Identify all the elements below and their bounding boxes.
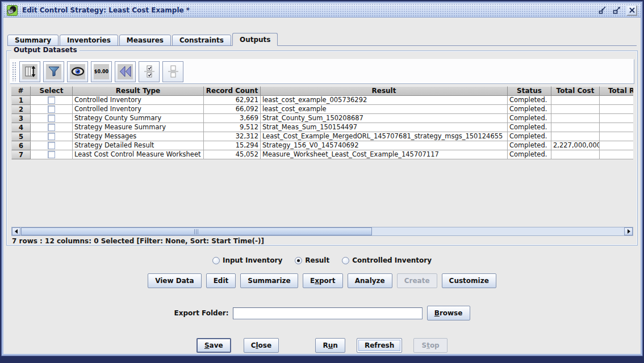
refresh-button[interactable]: Refresh xyxy=(357,338,402,353)
cell[interactable]: least_cost_example_005736292 xyxy=(261,96,508,105)
cell[interactable] xyxy=(600,150,633,159)
row-select-checkbox[interactable] xyxy=(48,133,55,140)
cell[interactable]: Completed. xyxy=(508,150,551,159)
tab-summary[interactable]: Summary xyxy=(7,35,58,46)
column-header-1[interactable]: Select xyxy=(31,86,73,96)
cell[interactable]: Controlled Inventory xyxy=(73,96,204,105)
row-select-checkbox[interactable] xyxy=(48,142,55,149)
cell[interactable]: 2,227,000,000 xyxy=(551,141,600,150)
controlled-inventory-radio[interactable] xyxy=(342,257,349,264)
row-number[interactable]: 1 xyxy=(11,96,31,105)
export-button[interactable]: Export xyxy=(303,273,343,288)
cell[interactable]: Strategy Measure Summary xyxy=(73,123,204,132)
summarize-button[interactable]: Summarize xyxy=(240,273,298,288)
cell[interactable]: Completed. xyxy=(508,105,551,114)
reset-button[interactable] xyxy=(115,61,136,82)
view-data-button[interactable]: View Data xyxy=(148,273,201,288)
close-icon[interactable] xyxy=(626,5,637,16)
column-header-7[interactable]: Total Red xyxy=(600,86,633,96)
row-number[interactable]: 3 xyxy=(11,114,31,123)
cell[interactable]: Strategy Detailed Result xyxy=(73,141,204,150)
cell[interactable]: 45,052 xyxy=(204,150,261,159)
scroll-right-arrow-icon[interactable] xyxy=(624,227,633,235)
horizontal-scrollbar[interactable] xyxy=(11,227,633,236)
cell[interactable]: 62,921 xyxy=(204,96,261,105)
cell[interactable]: Completed. xyxy=(508,132,551,141)
row-number[interactable]: 2 xyxy=(11,105,31,114)
cell[interactable]: Completed. xyxy=(508,114,551,123)
run-button[interactable]: Run xyxy=(315,338,345,353)
cell[interactable]: Completed. xyxy=(508,123,551,132)
show-columns-button[interactable] xyxy=(67,61,88,82)
sort-button[interactable] xyxy=(19,61,40,82)
cell[interactable] xyxy=(600,105,633,114)
cell[interactable] xyxy=(551,150,600,159)
tab-inventories[interactable]: Inventories xyxy=(60,35,118,46)
column-header-0[interactable]: # xyxy=(11,86,31,96)
cell[interactable]: Strat_Meas_Sum_150154497 xyxy=(261,123,508,132)
row-select-checkbox[interactable] xyxy=(48,124,55,131)
row-number[interactable]: 5 xyxy=(11,132,31,141)
cell[interactable]: Strategy County Summary xyxy=(73,114,204,123)
cell[interactable]: 9,512 xyxy=(204,123,261,132)
cell[interactable] xyxy=(551,96,600,105)
cell[interactable]: Least_Cost_Example_MergedORL_145707681_s… xyxy=(261,132,508,141)
format-button[interactable]: $0.00 xyxy=(91,61,112,82)
tab-measures[interactable]: Measures xyxy=(119,35,171,46)
scroll-left-arrow-icon[interactable] xyxy=(12,227,20,235)
cell[interactable]: Strategy_156_V0_145740692 xyxy=(261,141,508,150)
cell[interactable] xyxy=(600,123,633,132)
row-number[interactable]: 4 xyxy=(11,123,31,132)
row-number[interactable]: 7 xyxy=(11,150,31,159)
cell[interactable]: Completed. xyxy=(508,141,551,150)
filter-button[interactable] xyxy=(43,61,64,82)
tab-outputs[interactable]: Outputs xyxy=(232,33,278,46)
toolbar-grip[interactable] xyxy=(12,62,17,81)
cell[interactable] xyxy=(551,132,600,141)
row-select-checkbox[interactable] xyxy=(48,96,55,104)
cell[interactable] xyxy=(551,123,600,132)
cell[interactable]: Strategy Messages xyxy=(73,132,204,141)
export-folder-input[interactable] xyxy=(233,307,423,319)
minimize-icon[interactable] xyxy=(598,6,607,15)
column-header-4[interactable]: Result xyxy=(261,86,508,96)
cell[interactable]: Measure_Worksheet_Least_Cost_Example_145… xyxy=(261,150,508,159)
cell[interactable]: 32,312 xyxy=(204,132,261,141)
column-header-5[interactable]: Status xyxy=(508,86,551,96)
row-select-checkbox[interactable] xyxy=(48,115,55,122)
customize-button[interactable]: Customize xyxy=(442,273,496,288)
cell[interactable] xyxy=(600,141,633,150)
input-inventory-radio[interactable] xyxy=(212,257,220,264)
cell[interactable] xyxy=(551,114,600,123)
cell[interactable] xyxy=(600,96,633,105)
column-header-3[interactable]: Record Count xyxy=(204,86,261,96)
window-titlebar[interactable]: Edit Control Strategy: Least Cost Exampl… xyxy=(3,3,641,18)
cell[interactable] xyxy=(600,114,633,123)
tab-constraints[interactable]: Constraints xyxy=(172,35,231,46)
cell[interactable] xyxy=(600,132,633,141)
column-header-6[interactable]: Total Cost xyxy=(551,86,600,96)
row-select-checkbox[interactable] xyxy=(48,105,55,113)
result-radio[interactable] xyxy=(295,257,302,264)
select-all-button[interactable] xyxy=(139,61,160,82)
browse-button[interactable]: Browse xyxy=(427,306,470,320)
row-select-checkbox[interactable] xyxy=(48,151,55,158)
column-header-2[interactable]: Result Type xyxy=(73,86,204,96)
cell[interactable]: Completed. xyxy=(508,96,551,105)
cell[interactable] xyxy=(551,105,600,114)
close-button[interactable]: Close xyxy=(244,338,279,353)
row-number[interactable]: 6 xyxy=(11,141,31,150)
cell[interactable]: Least Cost Control Measure Worksheet xyxy=(73,150,204,159)
edit-button[interactable]: Edit xyxy=(206,273,236,288)
cell[interactable]: 66,092 xyxy=(204,105,261,114)
cell[interactable]: Strat_County_Sum_150208687 xyxy=(261,114,508,123)
scrollbar-thumb[interactable] xyxy=(21,227,372,235)
maximize-icon[interactable] xyxy=(612,6,621,15)
cell[interactable]: 15,294 xyxy=(204,141,261,150)
cell[interactable]: Controlled Inventory xyxy=(73,105,204,114)
cell[interactable]: 3,669 xyxy=(204,114,261,123)
clear-all-button[interactable] xyxy=(162,61,183,82)
save-button[interactable]: Save xyxy=(196,338,231,353)
cell[interactable]: least_cost_example xyxy=(261,105,508,114)
analyze-button[interactable]: Analyze xyxy=(348,273,392,288)
